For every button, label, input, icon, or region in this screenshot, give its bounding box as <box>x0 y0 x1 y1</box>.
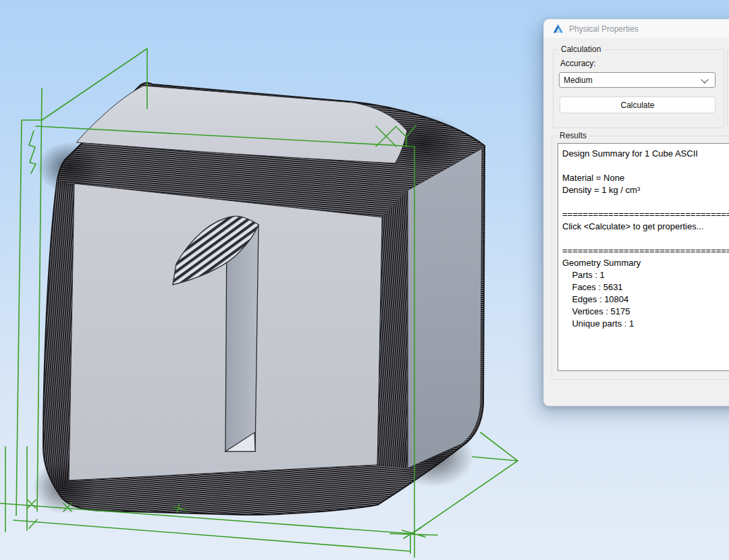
accuracy-selected-value: Medium <box>564 76 593 85</box>
results-line: Parts : 1 <box>562 269 729 281</box>
cube-model[interactable] <box>32 83 485 515</box>
results-group: Results Design Summary for 1 Cube ASCII … <box>551 136 729 380</box>
results-line: ==================================== <box>562 245 729 257</box>
accuracy-select[interactable]: Medium <box>559 72 716 88</box>
results-line <box>562 160 729 172</box>
dialog-title: Physical Properties <box>569 24 639 34</box>
calculate-button[interactable]: Calculate <box>560 96 716 113</box>
calculation-group: Calculation Accuracy: Medium Calculate <box>553 49 724 128</box>
results-group-label: Results <box>557 131 589 140</box>
results-line: Design Summary for 1 Cube ASCII <box>562 148 729 160</box>
results-line: Unique parts : 1 <box>562 318 729 330</box>
results-line: ==================================== <box>562 208 729 221</box>
results-line: Vertices : 5175 <box>562 306 729 318</box>
dialog-titlebar[interactable]: Physical Properties <box>544 20 729 38</box>
accuracy-label: Accuracy: <box>560 59 596 68</box>
results-line: Faces : 5631 <box>562 281 729 293</box>
results-line <box>562 196 729 208</box>
results-line: Geometry Summary <box>562 257 729 269</box>
alibre-logo-icon <box>553 24 564 34</box>
results-line: Density = 1 kg / cm³ <box>562 184 729 196</box>
physical-properties-dialog: Physical Properties Calculation Accuracy… <box>543 19 729 406</box>
cube-right-face[interactable] <box>408 148 482 468</box>
calculation-group-label: Calculation <box>558 45 603 54</box>
results-line: Edges : 10804 <box>562 293 729 306</box>
results-line: Material = None <box>562 172 729 184</box>
chevron-down-icon <box>701 76 708 83</box>
results-text-area[interactable]: Design Summary for 1 Cube ASCII Material… <box>558 143 729 371</box>
results-line: Click <Calculate> to get properties... <box>562 221 729 233</box>
results-line <box>562 233 729 245</box>
